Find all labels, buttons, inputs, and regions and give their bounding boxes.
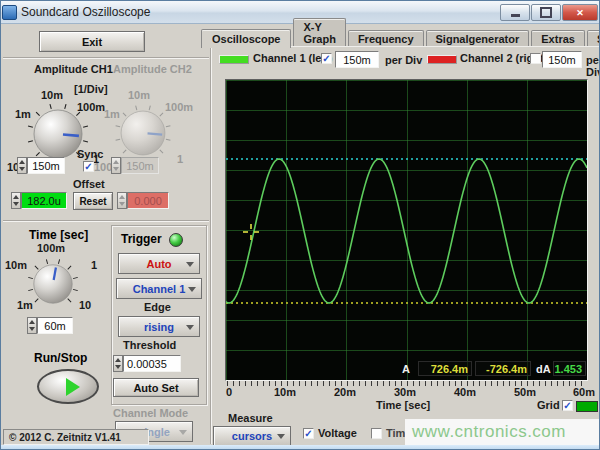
x-axis-tick-labels: 010m20m30m40m50m60m (225, 386, 586, 399)
scope-display: A 726.4m -726.4m dA 1.453 (225, 79, 588, 381)
maximize-icon (540, 7, 552, 18)
time-scale-10m: 10m (5, 259, 27, 271)
time-section-label: Time [sec] (29, 228, 88, 242)
voltage-checkbox[interactable]: ✓ (303, 428, 314, 439)
time-field[interactable]: 60m (37, 317, 73, 334)
ch2-amplitude-field[interactable]: 150m (121, 157, 159, 174)
measure-label: Measure (228, 412, 273, 424)
x-tick-label: 0 (226, 386, 232, 398)
ch2-per-div-field[interactable]: 150m (542, 51, 582, 68)
trigger-source-value: Channel 1 (133, 283, 186, 295)
watermark-text: www.cntronics.com (412, 422, 566, 442)
ch2-scale-10m: 10m (128, 89, 150, 101)
edge-label: Edge (144, 301, 171, 313)
divider (3, 57, 209, 59)
offset-ch2-stepper[interactable] (117, 192, 127, 209)
run-stop-label: Run/Stop (34, 351, 87, 365)
x-axis-title: Time [sec] (376, 399, 430, 411)
offset-ch2-field[interactable]: 0.000 (127, 192, 169, 209)
threshold-stepper[interactable] (113, 355, 123, 372)
sync-checkbox[interactable]: ✓ (83, 161, 94, 172)
offset-ch1-stepper[interactable] (11, 192, 21, 209)
channel1-trace (226, 159, 587, 303)
offset-ch1-field[interactable]: 182.0u (21, 192, 67, 209)
measure-mode-dropdown[interactable]: cursors (213, 426, 291, 446)
trigger-mode-dropdown[interactable]: Auto (118, 253, 200, 274)
app-icon (2, 5, 17, 20)
ch2-scale-100m: 100m (165, 101, 193, 113)
amplitude-ch2-label: Amplitude CH2 (113, 63, 192, 75)
grid-checkbox[interactable]: ✓ (562, 400, 573, 411)
knob-graphic (25, 256, 81, 312)
window-bottom-border (1, 445, 600, 450)
run-stop-button[interactable] (37, 369, 99, 404)
threshold-label: Threshold (123, 339, 176, 351)
ch1-amplitude-field[interactable]: 150m (27, 157, 65, 174)
ch1-color-swatch (219, 55, 249, 64)
dropdown-arrow-icon (188, 287, 196, 292)
trigger-source-dropdown[interactable]: Channel 1 (116, 278, 202, 299)
ch2-scale-1: 1 (177, 153, 183, 165)
auto-set-button[interactable]: Auto Set (113, 378, 199, 397)
copyright-status: © 2012 C. Zeitnitz V1.41 (3, 429, 149, 445)
tab-signalgenerator[interactable]: Signalgenerator (426, 30, 530, 47)
ch1-per-div-label: per Div (385, 54, 422, 66)
time-scale-1: 1 (91, 259, 97, 271)
trigger-edge-value: rising (144, 321, 174, 333)
ch2-amplitude-stepper[interactable] (111, 157, 121, 174)
minimize-button[interactable] (500, 4, 530, 21)
time-knob[interactable] (25, 256, 81, 312)
dropdown-arrow-icon (277, 434, 285, 439)
ch1-enable-checkbox[interactable]: ✓ (321, 53, 332, 64)
offset-reset-button[interactable]: Reset (73, 192, 113, 210)
dropdown-arrow-icon (186, 262, 194, 267)
tab-oscilloscope[interactable]: Oscilloscope (201, 29, 291, 48)
cursor-crosshair[interactable] (243, 224, 259, 240)
divider (3, 220, 209, 222)
readout-a-label: A (402, 363, 410, 375)
ch2-color-swatch (427, 55, 457, 64)
play-icon (66, 378, 80, 396)
time-scale-1m: 1m (17, 299, 33, 311)
offset-label: Offset (73, 178, 105, 190)
x-tick-label: 10m (274, 386, 296, 398)
grid-color-swatch (576, 401, 598, 412)
ch1-scale-100m: 100m (77, 101, 105, 113)
sync-label: Sync (77, 148, 103, 160)
tab-settings[interactable]: Settings (587, 30, 600, 47)
knob-pointer (148, 133, 163, 134)
trigger-label: Trigger (121, 232, 162, 246)
close-button[interactable]: ✕ (562, 4, 598, 21)
x-tick-label: 60m (573, 386, 595, 398)
tab-frequency[interactable]: Frequency (348, 30, 424, 47)
readout-da-value: 1.453 (553, 361, 586, 376)
app-window: Soundcard Oszilloscope ✕ OscilloscopeX-Y… (0, 0, 600, 450)
time-stepper[interactable] (27, 317, 37, 334)
voltage-label: Voltage (318, 427, 357, 439)
ch1-amplitude-stepper[interactable] (17, 157, 27, 174)
dropdown-arrow-icon (186, 325, 194, 330)
knob-pointer (63, 134, 79, 135)
exit-button[interactable]: Exit (39, 31, 145, 52)
threshold-field[interactable]: 0.00035 (123, 355, 181, 372)
readout-da-label: dA (536, 363, 551, 375)
tab-bar: OscilloscopeX-Y GraphFrequencySignalgene… (201, 26, 600, 47)
close-icon: ✕ (576, 8, 584, 18)
time-checkbox[interactable] (371, 428, 382, 439)
panel-divider (210, 47, 212, 444)
grid-label: Grid (537, 399, 560, 411)
trigger-led (169, 233, 183, 247)
maximize-button[interactable] (531, 4, 561, 21)
amplitude-ch1-label: Amplitude CH1 (34, 63, 113, 75)
x-tick-label: 30m (394, 386, 416, 398)
time-scale-100m: 100m (37, 242, 65, 254)
trigger-edge-dropdown[interactable]: rising (118, 316, 200, 337)
x-tick-label: 50m (514, 386, 536, 398)
minimize-icon (511, 14, 520, 17)
tab-x-y-graph[interactable]: X-Y Graph (293, 18, 345, 47)
ch1-per-div-field[interactable]: 150m (335, 51, 379, 68)
ch1-scale-10m: 10m (41, 89, 63, 101)
channel-mode-label: Channel Mode (113, 407, 188, 419)
tab-extras[interactable]: Extras (531, 30, 585, 47)
ch2-enable-checkbox[interactable] (530, 53, 541, 64)
